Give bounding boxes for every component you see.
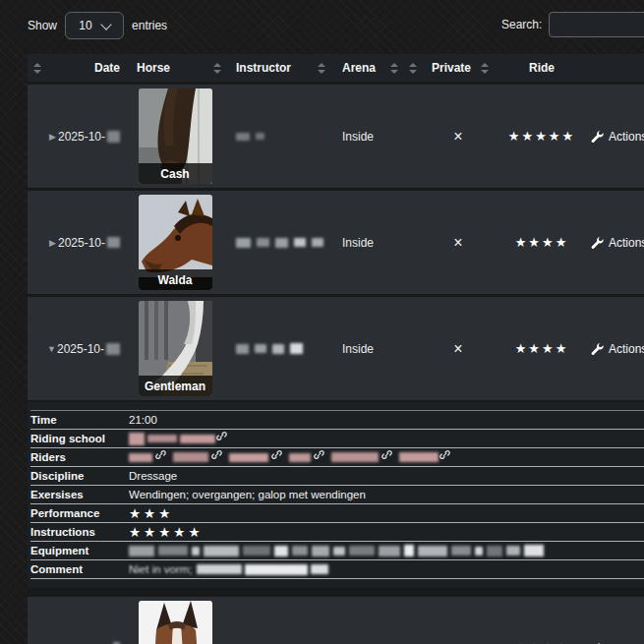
- sort-icon[interactable]: [318, 63, 325, 74]
- header-private[interactable]: Private: [423, 54, 494, 82]
- sort-icon[interactable]: [33, 63, 41, 74]
- link-icon: [439, 449, 450, 460]
- table-row: ▶ 2025-10- Bianca Inside: [28, 597, 644, 644]
- search-control: Search:: [501, 12, 644, 37]
- date-cell: 2025-10-: [65, 130, 124, 144]
- link-icon: [271, 449, 282, 460]
- arena-value: Inside: [330, 236, 403, 250]
- redacted-date: [104, 343, 120, 355]
- wrench-icon: [590, 342, 604, 356]
- header-date[interactable]: Date: [65, 54, 124, 82]
- page-size-value: 10: [79, 19, 91, 32]
- time-value: 21:00: [129, 414, 559, 426]
- sort-icon[interactable]: [390, 63, 398, 74]
- link-icon: [314, 449, 324, 460]
- sort-icon[interactable]: [481, 63, 489, 74]
- header-extra-sort[interactable]: [403, 54, 423, 82]
- detail-row-equipment: Equipment: [30, 542, 644, 560]
- table-toolbar: Show 10 entries Search:: [0, 0, 644, 51]
- show-label: Show: [28, 19, 57, 32]
- redacted-instructor: [226, 133, 330, 141]
- actions-button[interactable]: Actions: [590, 130, 644, 144]
- header-arena[interactable]: Arena: [330, 54, 403, 82]
- performance-rating-stars: ★★★: [129, 505, 559, 521]
- private-mark: ×: [423, 640, 494, 644]
- ride-rating-stars: ★★★★★: [494, 129, 590, 144]
- chevron-down-icon: [100, 19, 111, 29]
- redacted-riding-school-link[interactable]: [129, 431, 559, 446]
- horse-photo-gentleman: Gentleman: [139, 301, 212, 396]
- rides-table: Date Horse Instructor Arena Private Ride…: [28, 54, 644, 644]
- horse-name-label: Gentleman: [139, 376, 212, 396]
- link-icon: [211, 449, 222, 460]
- horse-photo-cash: Cash: [139, 88, 212, 184]
- detail-row-performance: Performance ★★★: [30, 504, 644, 523]
- wrench-icon: [590, 130, 604, 144]
- expand-row-button[interactable]: ▶: [49, 132, 56, 142]
- detail-row-exersises: Exersises Wendingen; overgangen; galop m…: [30, 486, 644, 504]
- entries-label: entries: [132, 19, 167, 32]
- horse-name-label: Walda: [139, 269, 212, 290]
- header-actions: [590, 54, 644, 82]
- sort-icon[interactable]: [409, 63, 417, 74]
- comment-visible-text: Niet in vorm;: [129, 563, 193, 575]
- actions-button[interactable]: Actions: [590, 342, 644, 356]
- ride-rating-stars: ★★★★: [494, 235, 590, 250]
- ride-rating-stars: ★★★★: [494, 341, 590, 356]
- expand-row-button[interactable]: ▶: [49, 238, 56, 248]
- redacted-date: [105, 131, 120, 143]
- arena-value: Inside: [330, 130, 403, 144]
- detail-row-time: Time 21:00: [30, 410, 644, 430]
- horse-name-label: Cash: [139, 163, 212, 184]
- search-input[interactable]: [549, 12, 644, 37]
- search-label: Search:: [501, 18, 542, 31]
- private-mark: ×: [423, 340, 494, 358]
- header-expander-column[interactable]: [28, 54, 65, 82]
- table-row: ▶ 2025-10- Walda Inside: [28, 188, 644, 294]
- horse-photo-walda: Walda: [139, 195, 212, 290]
- detail-row-riding-school: Riding school: [30, 430, 644, 448]
- detail-row-discipline: Discipline Dressage: [30, 467, 644, 486]
- page-size-select[interactable]: 10: [65, 12, 124, 39]
- arena-value: Inside: [330, 342, 403, 356]
- header-horse[interactable]: Horse: [124, 54, 226, 82]
- private-mark: ×: [423, 234, 494, 252]
- row-detail-panel: Time 21:00 Riding school Riders: [28, 400, 644, 588]
- redacted-equipment: [129, 545, 559, 556]
- redacted-comment: Niet in vorm;: [129, 563, 559, 575]
- date-cell: 2025-10-: [65, 236, 124, 250]
- instructions-rating-stars: ★★★★★: [129, 524, 559, 540]
- sort-icon[interactable]: [213, 63, 221, 74]
- actions-button[interactable]: Actions: [590, 236, 644, 250]
- header-ride[interactable]: Ride: [494, 54, 590, 82]
- table-header-row: Date Horse Instructor Arena Private Ride: [28, 54, 644, 82]
- table-row: ▼ 2025-10- Gentleman Inside: [28, 294, 644, 400]
- wrench-icon: [590, 236, 604, 250]
- private-mark: ×: [423, 128, 494, 146]
- link-icon: [155, 449, 166, 460]
- redacted-instructor: [226, 238, 330, 248]
- detail-row-riders: Riders: [30, 448, 644, 467]
- redacted-rider-links[interactable]: [129, 449, 559, 465]
- detail-row-comment: Comment Niet in vorm;: [30, 560, 644, 579]
- detail-row-instructions: Instructions ★★★★★: [30, 523, 644, 542]
- redacted-instructor: [226, 343, 330, 354]
- redacted-date: [105, 237, 120, 248]
- discipline-value: Dressage: [129, 470, 559, 482]
- date-cell: 2025-10-: [65, 342, 124, 356]
- collapse-row-button[interactable]: ▼: [47, 344, 56, 354]
- link-icon: [381, 449, 392, 460]
- page-length-control: Show 10 entries: [28, 12, 167, 39]
- header-instructor[interactable]: Instructor: [226, 54, 330, 82]
- link-icon: [216, 431, 227, 441]
- exersises-value: Wendingen; overgangen; galop met wending…: [129, 489, 559, 500]
- horse-photo: [139, 601, 212, 644]
- table-row: ▶ 2025-10- Cash Inside × ★★★: [28, 82, 644, 188]
